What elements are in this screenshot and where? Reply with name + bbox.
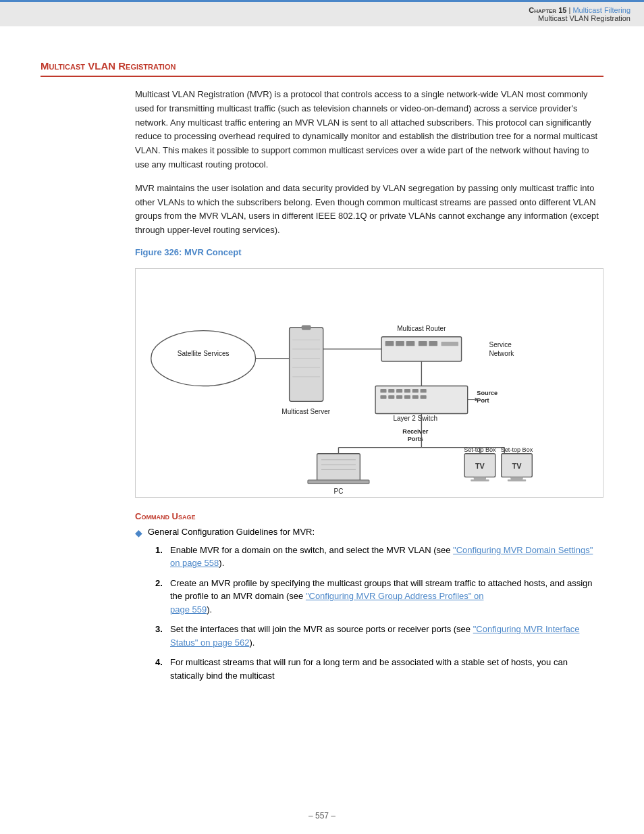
svg-text:Port: Port — [477, 397, 489, 404]
command-usage-title: Command Usage — [135, 511, 603, 521]
figure-title: Figure 326: MVR Concept — [135, 247, 603, 257]
bullet-label: General Configuration Guidelines for MVR… — [148, 527, 315, 537]
item-number-3: 3. — [155, 623, 170, 636]
paragraph-2: MVR maintains the user isolation and dat… — [135, 182, 603, 238]
svg-rect-58 — [474, 477, 486, 479]
svg-text:TV: TV — [512, 462, 522, 470]
svg-text:Multicast Server: Multicast Server — [281, 407, 330, 415]
svg-rect-17 — [429, 341, 437, 346]
section-title: Multicast VLAN Registration — [41, 60, 603, 77]
svg-text:TV: TV — [475, 462, 485, 470]
item-number-4: 4. — [155, 656, 170, 669]
svg-rect-63 — [510, 477, 522, 479]
page-footer: – 557 – — [0, 811, 644, 820]
svg-text:Source: Source — [477, 390, 498, 396]
svg-text:PC: PC — [334, 488, 344, 495]
paragraph-1: Multicast VLAN Registration (MVR) is a p… — [135, 88, 603, 172]
diagram-container: Satellite Services Multicast Server — [135, 268, 603, 498]
svg-rect-49 — [317, 454, 360, 481]
page-number: – 557 – — [308, 811, 336, 820]
svg-rect-26 — [396, 389, 402, 392]
svg-rect-12 — [381, 337, 461, 361]
item-number-2: 2. — [155, 577, 170, 590]
numbered-item-4: 4. For multicast streams that will run f… — [155, 656, 603, 682]
body-text: Multicast VLAN Registration (MVR) is a p… — [135, 88, 603, 238]
numbered-item-3: 3. Set the interfaces that will join the… — [155, 623, 603, 649]
svg-text:Multicast Router: Multicast Router — [397, 325, 446, 332]
svg-rect-32 — [396, 395, 402, 398]
mvr-diagram: Satellite Services Multicast Server — [136, 269, 603, 497]
svg-text:Set-top Box: Set-top Box — [501, 446, 533, 453]
svg-rect-27 — [404, 389, 410, 392]
command-usage-section: Command Usage ◆ General Configuration Gu… — [135, 511, 603, 683]
link-3[interactable]: "Configuring MVR Interface Status" on pa… — [170, 624, 580, 648]
svg-text:Network: Network — [489, 350, 515, 357]
item-text-3: Set the interfaces that will join the MV… — [170, 623, 603, 649]
svg-rect-29 — [421, 389, 427, 392]
chapter-subtopic: Multicast VLAN Registration — [538, 14, 630, 22]
svg-rect-50 — [308, 480, 369, 484]
svg-rect-28 — [412, 389, 419, 392]
svg-rect-35 — [421, 395, 427, 398]
item-text-2: Create an MVR profile by specifying the … — [170, 577, 603, 617]
svg-rect-24 — [380, 389, 386, 392]
numbered-item-1: 1. Enable MVR for a domain on the switch… — [155, 544, 603, 570]
svg-text:Service: Service — [489, 341, 512, 348]
svg-rect-59 — [471, 479, 489, 481]
svg-rect-14 — [396, 341, 404, 346]
svg-text:Set-top Box: Set-top Box — [464, 446, 496, 453]
svg-text:Ports: Ports — [408, 436, 423, 442]
svg-rect-15 — [406, 341, 415, 346]
item-text-4: For multicast streams that will run for … — [170, 656, 603, 682]
chapter-label: Chapter 15 — [529, 6, 566, 14]
page-header: Chapter 15 | Multicast Filtering Multica… — [0, 0, 644, 26]
svg-rect-30 — [380, 395, 386, 398]
chapter-topic: Multicast Filtering — [572, 6, 630, 14]
item-text-1: Enable MVR for a domain on the switch, a… — [170, 544, 603, 570]
numbered-item-2: 2. Create an MVR profile by specifying t… — [155, 577, 603, 617]
svg-rect-25 — [388, 389, 394, 392]
svg-rect-18 — [441, 342, 458, 346]
main-content: Multicast VLAN Registration Multicast VL… — [0, 26, 644, 716]
svg-rect-3 — [290, 328, 323, 401]
svg-text:Receiver: Receiver — [402, 428, 428, 435]
item-number-1: 1. — [155, 544, 170, 557]
svg-rect-34 — [412, 395, 419, 398]
svg-point-0 — [151, 331, 256, 386]
svg-rect-16 — [419, 341, 427, 346]
svg-rect-13 — [385, 341, 394, 346]
svg-rect-33 — [404, 395, 410, 398]
bullet-item: ◆ General Configuration Guidelines for M… — [135, 527, 603, 538]
svg-rect-4 — [302, 325, 311, 330]
link-2[interactable]: "Configuring MVR Group Address Profiles"… — [170, 591, 483, 615]
link-1[interactable]: "Configuring MVR Domain Settings" on pag… — [170, 545, 593, 569]
svg-rect-64 — [508, 479, 526, 481]
diamond-icon: ◆ — [135, 527, 142, 538]
svg-text:Layer 2 Switch: Layer 2 Switch — [393, 415, 437, 422]
numbered-list: 1. Enable MVR for a domain on the switch… — [155, 544, 603, 683]
svg-text:Satellite Services: Satellite Services — [178, 350, 230, 357]
svg-rect-31 — [388, 395, 394, 398]
